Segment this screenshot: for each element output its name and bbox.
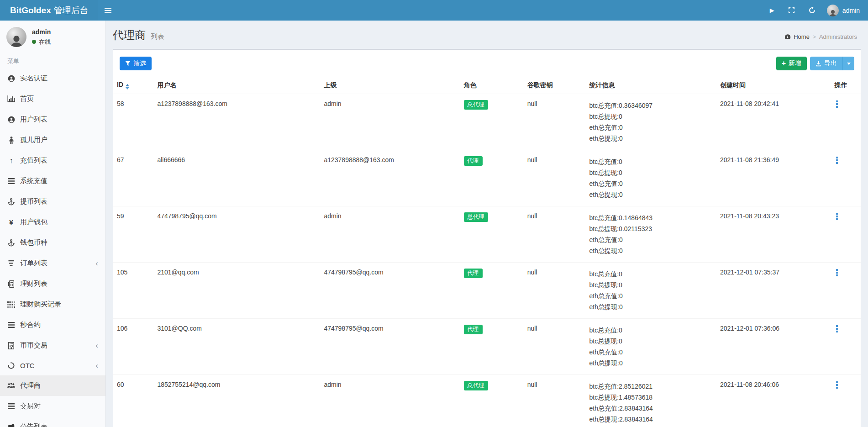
list-icon — [7, 322, 15, 328]
funnel-icon — [125, 61, 131, 66]
navbar-username: admin — [842, 7, 860, 14]
column-header-role[interactable]: 角色 — [460, 77, 524, 94]
filter-button[interactable]: 筛选 — [120, 57, 152, 70]
sidebar-item-orphan-users[interactable]: 孤儿用户 — [0, 130, 105, 150]
cell-parent: 474798795@qq.com — [320, 263, 460, 319]
export-dropdown-toggle[interactable] — [842, 57, 854, 70]
row-actions-menu-icon[interactable] — [834, 269, 840, 278]
chevron-left-icon: ‹ — [95, 342, 98, 349]
row-actions-menu-icon[interactable] — [834, 156, 840, 165]
sidebar-item-order-list[interactable]: 订单列表‹ — [0, 253, 105, 274]
user-menu[interactable]: admin — [822, 0, 868, 21]
brand-logo[interactable]: BitGoldex 管理后台 — [0, 0, 98, 21]
column-header-created[interactable]: 创建时间 — [716, 77, 831, 94]
content-header: 代理商 列表 Home > Administrators — [106, 21, 868, 49]
table-row: 1052101@qq.com474798795@qq.com代理nullbtc总… — [113, 263, 861, 319]
sidebar-item-label: 提币列表 — [20, 197, 47, 206]
sidebar-item-label: 交易对 — [20, 402, 41, 411]
column-header-id[interactable]: ID — [113, 77, 153, 94]
export-button[interactable]: 导出 — [810, 57, 842, 70]
stats-line: eth总充值:0 — [589, 234, 713, 245]
refresh-icon[interactable] — [802, 0, 822, 21]
cell-google-key: null — [524, 206, 586, 263]
sidebar-item-home[interactable]: 首页 — [0, 89, 105, 109]
row-actions-menu-icon[interactable] — [834, 381, 840, 390]
sidebar-item-otc[interactable]: OTC‹ — [0, 356, 105, 375]
cell-stats: btc总充值:0btc总提现:0eth总充值:0eth总提现:0 — [586, 319, 716, 375]
cell-username: ali666666 — [153, 150, 320, 206]
stats-line: btc总提现:0 — [589, 336, 713, 347]
row-actions-menu-icon[interactable] — [834, 325, 840, 334]
sidebar-item-announcement-list[interactable]: 公告列表 — [0, 416, 105, 427]
sort-lines-icon — [7, 260, 15, 266]
sidebar-user-panel: admin 在线 — [0, 21, 105, 53]
add-button[interactable]: + 新增 — [776, 57, 807, 70]
list-icon — [7, 178, 15, 184]
sidebar-menu: 实名认证首页用户列表孤儿用户↑充值列表系统充值提币列表¥用户钱包钱包币种订单列表… — [0, 68, 105, 427]
sidebar-item-label: 首页 — [20, 95, 34, 103]
user-circle-icon — [7, 75, 15, 82]
row-actions-menu-icon[interactable] — [834, 212, 840, 221]
sidebar-item-trade-pairs[interactable]: 交易对 — [0, 396, 105, 416]
sidebar-item-agents[interactable]: 代理商 — [0, 375, 105, 396]
stats-line: btc总充值:0.14864843 — [589, 212, 713, 223]
breadcrumb-separator: > — [813, 34, 816, 40]
table-header-row: ID用户名上级角色谷歌密钥统计信息创建时间操作 — [113, 77, 861, 94]
play-icon[interactable]: ▶ — [763, 0, 781, 21]
calculator-icon — [7, 280, 15, 288]
online-status[interactable]: 在线 — [32, 38, 51, 46]
stats-line: eth总提现:0 — [589, 133, 713, 144]
sidebar-item-label: 孤儿用户 — [20, 136, 47, 144]
agents-table: ID用户名上级角色谷歌密钥统计信息创建时间操作 58a1237898888@16… — [113, 77, 861, 427]
anchor-icon — [7, 239, 15, 247]
stats-line: btc总充值:0 — [589, 325, 713, 336]
cell-created: 2021-11-08 20:46:06 — [716, 375, 831, 427]
bullhorn-icon — [7, 423, 15, 427]
sidebar-item-coin-trade[interactable]: 币币交易‹ — [0, 335, 105, 356]
cell-id: 58 — [113, 94, 153, 150]
sidebar-item-label: 充值列表 — [20, 156, 47, 165]
sidebar-item-user-list[interactable]: 用户列表 — [0, 109, 105, 130]
cell-id: 59 — [113, 206, 153, 263]
sidebar-item-second-contract[interactable]: 秒合约 — [0, 315, 105, 335]
breadcrumb-home-link[interactable]: Home — [784, 33, 810, 40]
chevron-left-icon: ‹ — [95, 259, 98, 267]
stats-line: eth总充值:2.83843164 — [589, 403, 713, 414]
sidebar-item-withdraw-list[interactable]: 提币列表 — [0, 191, 105, 212]
page-subtitle: 列表 — [151, 32, 164, 40]
sidebar-item-system-recharge[interactable]: 系统充值 — [0, 171, 105, 191]
sidebar-toggle-icon[interactable] — [98, 0, 119, 21]
brand-suffix: 管理后台 — [54, 5, 89, 16]
column-header-parent[interactable]: 上级 — [320, 77, 460, 94]
cell-role: 总代理 — [460, 206, 524, 263]
cell-stats: btc总充值:2.85126021btc总提现:1.48573618eth总充值… — [586, 375, 716, 427]
stats-line: btc总提现:0 — [589, 167, 713, 178]
sidebar-item-user-wallet[interactable]: ¥用户钱包 — [0, 212, 105, 232]
sidebar-item-label: 用户列表 — [20, 115, 47, 124]
sidebar-item-finance-purchase-records[interactable]: 理财购买记录 — [0, 294, 105, 315]
navbar-right: ▶ admin — [763, 0, 868, 21]
dashboard-icon — [784, 34, 791, 40]
fullscreen-icon[interactable] — [781, 0, 802, 21]
column-header-actions[interactable]: 操作 — [831, 77, 861, 94]
cell-username: 1852755214@qq.com — [153, 375, 320, 427]
sidebar-item-wallet-coins[interactable]: 钱包币种 — [0, 232, 105, 253]
sidebar-item-recharge-list[interactable]: ↑充值列表 — [0, 150, 105, 171]
column-header-stats[interactable]: 统计信息 — [586, 77, 716, 94]
role-badge: 总代理 — [464, 212, 489, 222]
column-header-google_key[interactable]: 谷歌密钥 — [524, 77, 586, 94]
cell-stats: btc总充值:0btc总提现:0eth总充值:0eth总提现:0 — [586, 263, 716, 319]
export-split-button: 导出 — [810, 57, 854, 70]
sidebar-item-real-name-auth[interactable]: 实名认证 — [0, 68, 105, 89]
chevron-left-icon: ‹ — [95, 362, 98, 369]
sidebar-item-finance-list[interactable]: 理财列表 — [0, 274, 105, 294]
row-actions-menu-icon[interactable] — [834, 100, 840, 109]
arrow-up-icon: ↑ — [7, 157, 15, 165]
table-row: 58a1237898888@163.comadmin总代理nullbtc总充值:… — [113, 94, 861, 150]
cell-id: 105 — [113, 263, 153, 319]
column-header-username[interactable]: 用户名 — [153, 77, 320, 94]
cell-created: 2021-12-01 07:35:37 — [716, 263, 831, 319]
table-body: 58a1237898888@163.comadmin总代理nullbtc总充值:… — [113, 94, 861, 427]
cell-parent: admin — [320, 375, 460, 427]
list-icon — [7, 403, 15, 409]
